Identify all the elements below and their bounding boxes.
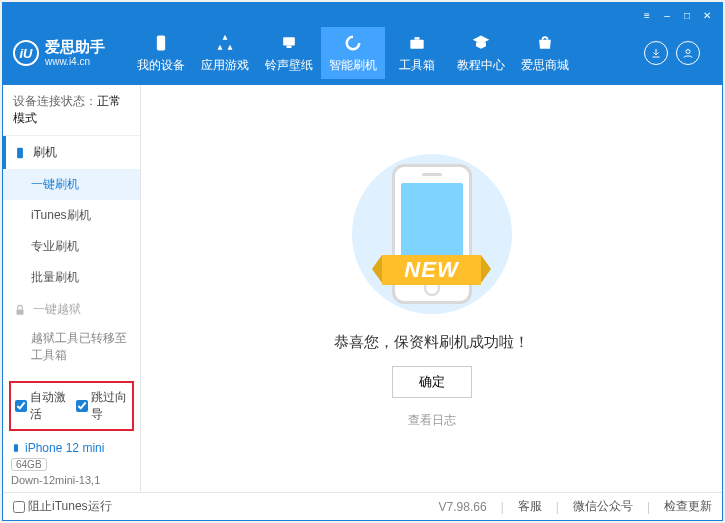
view-log-link[interactable]: 查看日志 [408, 412, 456, 429]
checkbox-auto-activate[interactable]: 自动激活 [15, 389, 68, 423]
svg-rect-2 [287, 45, 292, 48]
device-storage-badge: 64GB [11, 458, 47, 471]
settings-icon[interactable]: ≡ [640, 8, 654, 22]
maximize-button[interactable]: □ [680, 8, 694, 22]
success-illustration: NEW [322, 149, 542, 319]
svg-rect-6 [17, 147, 23, 158]
sidebar-item-pro[interactable]: 专业刷机 [3, 231, 140, 262]
wechat-link[interactable]: 微信公众号 [573, 498, 633, 515]
version-label: V7.98.66 [439, 500, 487, 514]
nav-courses[interactable]: 教程中心 [449, 27, 513, 79]
nav-flash[interactable]: 智能刷机 [321, 27, 385, 79]
user-icon[interactable] [676, 41, 700, 65]
device-name: iPhone 12 mini [11, 441, 132, 455]
device-icon [11, 441, 21, 455]
ok-button[interactable]: 确定 [392, 366, 472, 398]
nav-store[interactable]: 爱思商城 [513, 27, 577, 79]
nav-apps[interactable]: 应用游戏 [193, 27, 257, 79]
svg-rect-11 [14, 444, 18, 452]
checkbox-skip-guide[interactable]: 跳过向导 [76, 389, 129, 423]
phone-icon [13, 146, 27, 160]
footer-bar: 阻止iTunes运行 V7.98.66 | 客服 | 微信公众号 | 检查更新 [3, 492, 722, 520]
section-jailbreak: 一键越狱 [3, 293, 140, 326]
sidebar-item-batch[interactable]: 批量刷机 [3, 262, 140, 293]
app-title: 爱思助手 [45, 39, 105, 56]
close-button[interactable]: ✕ [700, 8, 714, 22]
app-logo-icon: iU [13, 40, 39, 66]
nav-toolbox[interactable]: 工具箱 [385, 27, 449, 79]
minimize-button[interactable]: – [660, 8, 674, 22]
svg-rect-1 [283, 37, 295, 45]
support-link[interactable]: 客服 [518, 498, 542, 515]
window-controls: ≡ – □ ✕ [640, 8, 714, 22]
jailbreak-note: 越狱工具已转移至工具箱 [3, 326, 140, 372]
checkbox-block-itunes[interactable]: 阻止iTunes运行 [13, 498, 112, 515]
svg-rect-4 [415, 37, 420, 40]
options-highlight: 自动激活 跳过向导 [9, 381, 134, 431]
svg-point-5 [686, 50, 690, 54]
section-more[interactable]: 更多 [3, 372, 140, 377]
device-block[interactable]: iPhone 12 mini 64GB Down-12mini-13,1 [3, 435, 140, 492]
sidebar: 设备连接状态：正常模式 刷机 一键刷机 iTunes刷机 专业刷机 批量刷机 一… [3, 85, 141, 492]
main-nav: 我的设备 应用游戏 铃声壁纸 智能刷机 工具箱 教程中心 爱思商城 [129, 27, 577, 79]
lock-icon [13, 303, 27, 317]
new-ribbon: NEW [382, 255, 480, 285]
connection-status: 设备连接状态：正常模式 [3, 85, 140, 136]
svg-rect-3 [410, 39, 423, 48]
update-link[interactable]: 检查更新 [664, 498, 712, 515]
svg-rect-0 [157, 35, 165, 50]
app-url: www.i4.cn [45, 56, 105, 67]
svg-rect-7 [17, 309, 24, 314]
main-content: NEW 恭喜您，保资料刷机成功啦！ 确定 查看日志 [141, 85, 722, 492]
nav-rings[interactable]: 铃声壁纸 [257, 27, 321, 79]
section-flash[interactable]: 刷机 [3, 136, 140, 169]
success-message: 恭喜您，保资料刷机成功啦！ [334, 333, 529, 352]
device-sub: Down-12mini-13,1 [11, 474, 132, 486]
nav-device[interactable]: 我的设备 [129, 27, 193, 79]
app-header: ≡ – □ ✕ iU 爱思助手 www.i4.cn 我的设备 应用游戏 铃声壁纸… [3, 3, 722, 85]
sidebar-item-itunes[interactable]: iTunes刷机 [3, 200, 140, 231]
app-window: ≡ – □ ✕ iU 爱思助手 www.i4.cn 我的设备 应用游戏 铃声壁纸… [2, 2, 723, 521]
sidebar-item-onekey[interactable]: 一键刷机 [3, 169, 140, 200]
download-icon[interactable] [644, 41, 668, 65]
